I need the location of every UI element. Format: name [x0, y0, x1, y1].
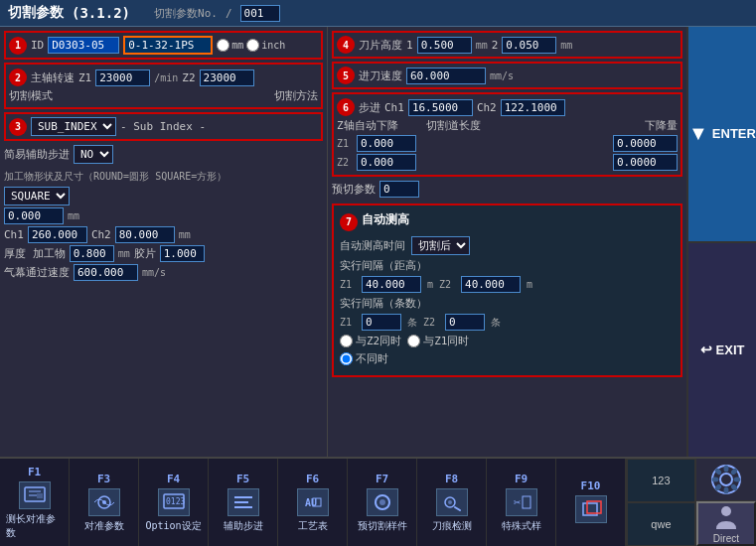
f10-button[interactable]: F10 [556, 459, 626, 546]
step-label: 步进 [359, 100, 380, 115]
easy-step-label: 简易辅助步进 [4, 147, 70, 162]
inch-radio[interactable] [246, 39, 259, 52]
feed-unit: mm/s [490, 70, 514, 81]
auto-time-select[interactable]: 切割后 [411, 236, 470, 255]
workpiece-section: 加工物形状及尺寸（ROUND=圆形 SQUARE=方形） SQUARE ROUN… [4, 168, 323, 282]
shape-select[interactable]: SQUARE ROUND [4, 187, 70, 205]
step-ch1: Ch1 [384, 101, 404, 114]
diff-label: 不同时 [356, 351, 388, 366]
mm-radio[interactable] [217, 39, 229, 52]
cut-method-label: 切割方法 [274, 88, 318, 103]
drop-label: 下降量 [645, 118, 678, 133]
enter-button[interactable]: ▼ ENTER [688, 27, 756, 243]
f7-button[interactable]: F7 预切割样件 [348, 459, 417, 546]
f8-label: F8 [445, 473, 458, 485]
dist-unit: m [427, 279, 433, 290]
z1-cut-input[interactable] [357, 135, 416, 152]
z2-dist-input[interactable] [461, 276, 521, 293]
f3-button[interactable]: F3 对准参数 [70, 459, 139, 546]
direct-button[interactable]: Direct [696, 501, 756, 547]
spindle-z2-input[interactable] [200, 69, 254, 86]
spindle-z1-input[interactable] [95, 69, 150, 86]
z2-cut-input[interactable] [357, 154, 416, 171]
f5-icon [227, 488, 259, 516]
id-label: ID [31, 39, 44, 52]
step-row: 6 步进 Ch1 Ch2 [337, 97, 678, 117]
sync-z1-radio[interactable] [407, 335, 420, 347]
air-unit: mm/s [142, 267, 166, 278]
exit-label: EXIT [716, 342, 745, 357]
f9-bottom-label: 特殊式样 [502, 519, 541, 533]
dim1-input[interactable] [4, 207, 64, 224]
z2-count-input[interactable] [445, 314, 485, 331]
step-ch2-input[interactable] [501, 99, 565, 116]
ch1-dim-input[interactable] [28, 226, 87, 243]
auto-time-row: 自动测高时间 切割后 [340, 236, 675, 255]
step-ch2: Ch2 [477, 101, 497, 114]
cut-mode-label: 切割模式 [9, 88, 53, 103]
z1-dist-label: Z1 [340, 279, 356, 290]
enter-arrow-icon: ▼ [688, 122, 708, 145]
air-row: 气幕通过速度 mm/s [4, 263, 323, 282]
qwe-button[interactable]: qwe [627, 502, 695, 546]
interval-count-label-row: 实行间隔（条数） [340, 296, 675, 311]
f6-bottom-label: 工艺表 [298, 519, 328, 533]
thickness-input[interactable] [70, 245, 114, 262]
sync-z2-radio[interactable] [340, 335, 353, 347]
svg-rect-10 [234, 506, 252, 508]
f4-button[interactable]: F4 0123 Option设定 [139, 459, 209, 546]
sub-index-select[interactable]: SUB_INDEX [31, 117, 116, 136]
z1-label-s6: Z1 [337, 138, 353, 149]
z2-drop-input[interactable] [613, 154, 678, 171]
feed-input[interactable] [406, 68, 486, 84]
svg-point-27 [723, 465, 728, 472]
z1-dist-input[interactable] [362, 276, 421, 293]
section5-box: 5 进刀速度 mm/s [332, 62, 682, 89]
z1-drop-input[interactable] [613, 135, 678, 152]
svg-point-30 [733, 477, 740, 481]
z1-row: Z1 [337, 134, 678, 153]
direct-label: Direct [713, 533, 739, 544]
dim-row1: mm [4, 206, 323, 225]
blade-h2-input[interactable] [502, 37, 556, 54]
f1-button[interactable]: F1 测长对准参数 [0, 459, 70, 546]
film-input[interactable] [160, 245, 205, 262]
blade-h1-input[interactable] [417, 37, 472, 54]
shape-row: SQUARE ROUND [4, 186, 323, 206]
f1-icon [19, 481, 51, 509]
air-input[interactable] [74, 264, 138, 281]
f9-button[interactable]: F9 ✂ 特殊式样 [487, 459, 556, 546]
section6-box: 6 步进 Ch1 Ch2 Z轴自动下降 切割道长度 下降量 Z1 [332, 92, 682, 177]
id-input1[interactable] [48, 37, 119, 54]
z2-row: Z2 [337, 153, 678, 172]
f8-button[interactable]: F8 刀痕检测 [417, 459, 487, 546]
z2-label: Z2 [182, 71, 195, 84]
diff-radio[interactable] [340, 352, 353, 365]
z1-label: Z1 [78, 71, 91, 84]
f5-button[interactable]: F5 辅助步进 [209, 459, 278, 546]
exit-button[interactable]: ↩ EXIT [688, 243, 756, 458]
f8-bottom-label: 刀痕检测 [432, 519, 472, 533]
precut-input[interactable] [379, 181, 419, 198]
precut-row: 预切参数 [332, 180, 682, 199]
param-no-input[interactable] [240, 5, 280, 22]
step-ch1-input[interactable] [408, 99, 473, 116]
feed-label: 进刀速度 [359, 68, 402, 83]
f3-bottom-label: 对准参数 [84, 519, 124, 533]
workpiece-shape-label: 加工物形状及尺寸（ROUND=圆形 SQUARE=方形） [4, 170, 323, 184]
f6-button[interactable]: F6 AU 工艺表 [278, 459, 348, 546]
z1-count-input[interactable] [362, 314, 401, 331]
z2-dist-label: Z2 [439, 279, 455, 290]
spindle-unit: /min [154, 72, 178, 83]
id-input2[interactable] [123, 36, 213, 55]
easy-step-select[interactable]: NO [74, 145, 113, 164]
num123-button[interactable]: 123 [627, 459, 695, 502]
air-label: 气幕通过速度 [4, 265, 70, 280]
z1-count-unit: 条 [407, 316, 417, 330]
z2-label-s6: Z2 [337, 157, 353, 168]
ch2-dim-input[interactable] [115, 226, 175, 243]
svg-point-28 [723, 486, 728, 493]
f4-bottom-label: Option设定 [145, 519, 201, 533]
f9-label: F9 [515, 473, 528, 485]
shape-ch2: Ch2 [91, 228, 111, 241]
